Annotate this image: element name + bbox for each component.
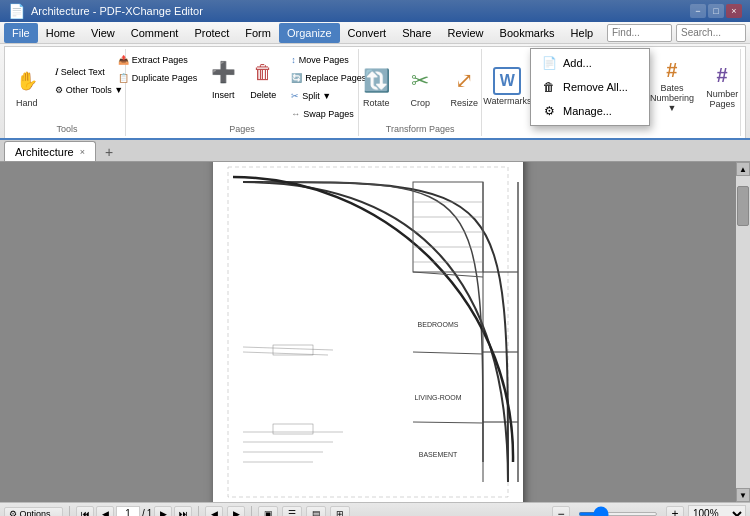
page-number-input[interactable] [116, 506, 140, 517]
rotate-button[interactable]: 🔃 Rotate [355, 61, 397, 113]
page-separator: / [142, 508, 145, 516]
manage-label: Manage... [563, 105, 612, 117]
split-icon: ✂ [291, 91, 299, 101]
tab-bar: Architecture × + [0, 140, 750, 162]
status-separator-1 [69, 506, 70, 517]
status-separator-2 [198, 506, 199, 517]
page-content: BEDROOMS LIVING-ROOM BASEMENT [213, 162, 523, 502]
menu-review[interactable]: Review [439, 23, 491, 43]
app-icon: 📄 [8, 3, 25, 19]
scroll-track[interactable] [736, 176, 750, 488]
ribbon-content: ✋ Hand 𝐼 Select Text ⚙ Other Tools ▼ Too… [4, 46, 746, 138]
tab-name: Architecture [15, 146, 74, 158]
menu-home[interactable]: Home [38, 23, 83, 43]
vertical-scrollbar[interactable]: ▲ ▼ [736, 162, 750, 502]
rotate-label: Rotate [363, 99, 390, 109]
menu-convert[interactable]: Convert [340, 23, 395, 43]
watermarks-label: Watermarks [483, 97, 531, 107]
facing-button[interactable]: ⊞ [330, 506, 350, 517]
document-page: BEDROOMS LIVING-ROOM BASEMENT [213, 162, 523, 502]
tools-buttons: ✋ Hand 𝐼 Select Text ⚙ Other Tools ▼ [6, 51, 128, 134]
menu-organize[interactable]: Organize [279, 23, 340, 43]
background-dropdown: 📄 Add... 🗑 Remove All... ⚙ Manage... [530, 48, 650, 126]
watermarks-button[interactable]: W Watermarks [481, 61, 533, 113]
pages-group-label: Pages [229, 124, 255, 134]
crop-button[interactable]: ✂ Crop [399, 61, 441, 113]
options-button[interactable]: ⚙ Options... [4, 507, 63, 517]
resize-button[interactable]: ⤢ Resize [443, 61, 485, 113]
two-page-button[interactable]: ▤ [306, 506, 326, 517]
menu-view[interactable]: View [83, 23, 123, 43]
delete-icon: 🗑 [247, 56, 279, 88]
dropdown-add[interactable]: 📄 Add... [531, 51, 649, 75]
single-page-button[interactable]: ▣ [258, 506, 278, 517]
number-pages-button[interactable]: # NumberPages [703, 61, 741, 113]
delete-label: Delete [250, 90, 276, 100]
cursor-icon: 𝐼 [55, 66, 58, 78]
add-label: Add... [563, 57, 592, 69]
extract-pages-button[interactable]: 📤 Extract Pages [113, 51, 193, 68]
split-button[interactable]: ✂ Split ▼ [286, 87, 336, 104]
swap-icon: ↔ [291, 109, 300, 119]
find-input[interactable] [607, 24, 672, 42]
bates-button[interactable]: # BatesNumbering ▼ [643, 61, 701, 113]
continuous-button[interactable]: ☰ [282, 506, 302, 517]
dropdown-remove-all[interactable]: 🗑 Remove All... [531, 75, 649, 99]
svg-text:BASEMENT: BASEMENT [419, 451, 458, 458]
menu-protect[interactable]: Protect [186, 23, 237, 43]
zoom-out-button[interactable]: − [552, 506, 570, 517]
swap-pages-button[interactable]: ↔ Swap Pages [286, 105, 359, 122]
menu-share[interactable]: Share [394, 23, 439, 43]
last-page-button[interactable]: ⏭ [174, 506, 192, 517]
status-bar: ⚙ Options... ⏮ ◀ / 1 ▶ ⏭ ◀ ▶ ▣ ☰ ▤ ⊞ − +… [0, 502, 750, 516]
close-button[interactable]: × [726, 4, 742, 18]
crop-label: Crop [410, 99, 430, 109]
options-icon: ⚙ [9, 509, 17, 517]
scroll-up-button[interactable]: ▲ [736, 162, 750, 176]
move-pages-button[interactable]: ↕ Move Pages [286, 51, 354, 68]
add-tab-button[interactable]: + [100, 143, 118, 161]
menu-search-area [607, 24, 746, 42]
hand-icon: ✋ [11, 65, 43, 97]
menu-bookmarks[interactable]: Bookmarks [492, 23, 563, 43]
crop-icon: ✂ [404, 65, 436, 97]
insert-label: Insert [212, 90, 235, 100]
transform-buttons: 🔃 Rotate ✂ Crop ⤢ Resize [355, 51, 485, 134]
first-page-button[interactable]: ⏮ [76, 506, 94, 517]
zoom-select[interactable]: 100% 50% 75% 125% 150% 200% [688, 505, 746, 517]
ribbon-group-tools: ✋ Hand 𝐼 Select Text ⚙ Other Tools ▼ Too… [9, 49, 126, 136]
menu-file[interactable]: File [4, 23, 38, 43]
insert-icon: ➕ [207, 56, 239, 88]
options-label: Options... [20, 509, 59, 517]
scroll-thumb[interactable] [737, 186, 749, 226]
zoom-slider[interactable] [578, 512, 658, 516]
canvas-area[interactable]: BEDROOMS LIVING-ROOM BASEMENT [0, 162, 750, 502]
hand-tool-button[interactable]: ✋ Hand [6, 61, 48, 113]
maximize-button[interactable]: □ [708, 4, 724, 18]
zoom-in-button[interactable]: + [666, 506, 684, 517]
prev-view-button[interactable]: ◀ [205, 506, 223, 517]
ribbon-group-pages: 📤 Extract Pages 📋 Duplicate Pages ➕ Inse… [126, 49, 359, 136]
page-nav: ⏮ ◀ / 1 ▶ ⏭ [76, 506, 192, 517]
menu-form[interactable]: Form [237, 23, 279, 43]
extract-icon: 📤 [118, 55, 129, 65]
next-view-button[interactable]: ▶ [227, 506, 245, 517]
tab-close-button[interactable]: × [80, 147, 85, 157]
duplicate-pages-button[interactable]: 📋 Duplicate Pages [113, 69, 203, 86]
delete-button[interactable]: 🗑 Delete [244, 53, 282, 103]
rotate-icon: 🔃 [360, 65, 392, 97]
bates-label: BatesNumbering ▼ [648, 84, 696, 114]
move-icon: ↕ [291, 55, 296, 65]
menu-help[interactable]: Help [563, 23, 602, 43]
next-page-button[interactable]: ▶ [154, 506, 172, 517]
scroll-down-button[interactable]: ▼ [736, 488, 750, 502]
remove-all-icon: 🗑 [541, 79, 557, 95]
dropdown-manage[interactable]: ⚙ Manage... [531, 99, 649, 123]
svg-text:BEDROOMS: BEDROOMS [418, 321, 459, 328]
doc-tab-architecture[interactable]: Architecture × [4, 141, 96, 161]
menu-comment[interactable]: Comment [123, 23, 187, 43]
search-input[interactable] [676, 24, 746, 42]
minimize-button[interactable]: − [690, 4, 706, 18]
prev-page-button[interactable]: ◀ [96, 506, 114, 517]
insert-button[interactable]: ➕ Insert [204, 53, 242, 103]
